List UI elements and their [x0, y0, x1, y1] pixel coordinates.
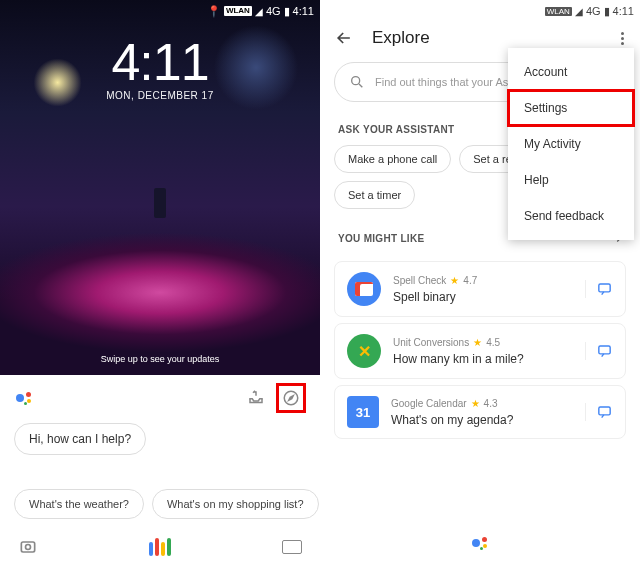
overflow-menu: Account Settings My Activity Help Send f… — [508, 48, 634, 240]
right-screenshot: ▧ WLAN ◢ 4G ▮ 4:11 Explore Find out thin… — [320, 0, 640, 563]
suggestion-chip[interactable]: What's on my shopping list? — [152, 489, 319, 519]
updates-icon[interactable] — [246, 388, 266, 408]
network-icon: ◢ — [575, 6, 583, 17]
card-query: How many km in a mile? — [393, 352, 573, 366]
star-icon: ★ — [473, 337, 482, 348]
card-app: Spell Check — [393, 275, 446, 286]
assistant-footer-icon[interactable] — [320, 533, 640, 553]
assistant-panel: Hi, how can I help? What's the weather? … — [0, 375, 320, 563]
mic-icon[interactable] — [149, 538, 171, 556]
menu-item-settings[interactable]: Settings — [508, 90, 634, 126]
back-button[interactable] — [334, 28, 354, 48]
menu-item-help[interactable]: Help — [508, 162, 634, 198]
battery-icon: ▮ — [604, 5, 610, 18]
net-type: 4G — [586, 5, 601, 17]
svg-point-2 — [26, 545, 31, 550]
assistant-bottom-bar — [0, 537, 320, 557]
ask-chip[interactable]: Make a phone call — [334, 145, 451, 173]
card-query: Spell binary — [393, 290, 573, 304]
wifi-label: WLAN — [545, 7, 572, 16]
ask-chip[interactable]: Set a timer — [334, 181, 415, 209]
status-bar: 📍 WLAN ◢ 4G ▮ 4:11 — [207, 2, 314, 20]
svg-rect-1 — [21, 542, 34, 552]
svg-rect-4 — [599, 284, 610, 292]
calendar-icon: 31 — [347, 396, 379, 428]
card-rating: 4.5 — [486, 337, 500, 348]
assistant-logo-icon — [14, 388, 34, 408]
lock-time: 4:11 — [0, 36, 320, 88]
card-rating: 4.3 — [484, 398, 498, 409]
swipe-hint: Swipe up to see your updates — [0, 354, 320, 364]
spell-check-icon — [347, 272, 381, 306]
section-like-heading: YOU MIGHT LIKE — [338, 233, 424, 244]
menu-item-feedback[interactable]: Send feedback — [508, 198, 634, 234]
chat-icon[interactable] — [585, 280, 613, 298]
keyboard-icon[interactable] — [282, 540, 302, 554]
explore-button[interactable] — [276, 383, 306, 413]
card-query: What's on my agenda? — [391, 413, 573, 427]
suggestion-chips: What's the weather? What's on my shoppin… — [0, 489, 320, 519]
battery-icon: ▮ — [284, 5, 290, 18]
overflow-menu-button[interactable] — [614, 30, 630, 46]
chat-icon[interactable] — [585, 342, 613, 360]
lens-icon[interactable] — [18, 537, 38, 557]
clock-small: 4:11 — [293, 5, 314, 17]
suggestion-chip[interactable]: What's the weather? — [14, 489, 144, 519]
lock-date: MON, DECEMBER 17 — [0, 90, 320, 101]
assistant-greeting: Hi, how can I help? — [14, 423, 146, 455]
star-icon: ★ — [450, 275, 459, 286]
chat-icon[interactable] — [585, 403, 613, 421]
left-screenshot: 📍 WLAN ◢ 4G ▮ 4:11 4:11 MON, DECEMBER 17… — [0, 0, 320, 563]
suggestion-card[interactable]: 31 Google Calendar★4.3 What's on my agen… — [334, 385, 626, 439]
card-rating: 4.7 — [463, 275, 477, 286]
page-title: Explore — [372, 28, 430, 48]
status-bar: ▧ WLAN ◢ 4G ▮ 4:11 — [545, 2, 634, 20]
svg-rect-5 — [599, 346, 610, 354]
location-icon: 📍 — [207, 5, 221, 18]
svg-point-3 — [352, 77, 360, 85]
clock-small: 4:11 — [613, 5, 634, 17]
lock-clock: 4:11 MON, DECEMBER 17 — [0, 36, 320, 101]
star-icon: ★ — [471, 398, 480, 409]
search-icon — [349, 74, 365, 90]
net-type: 4G — [266, 5, 281, 17]
card-app: Google Calendar — [391, 398, 467, 409]
suggestion-card[interactable]: Spell Check★4.7 Spell binary — [334, 261, 626, 317]
wifi-label: WLAN — [224, 6, 252, 16]
svg-rect-6 — [599, 407, 610, 415]
card-app: Unit Conversions — [393, 337, 469, 348]
network-icon: ◢ — [255, 6, 263, 17]
menu-item-activity[interactable]: My Activity — [508, 126, 634, 162]
menu-item-account[interactable]: Account — [508, 54, 634, 90]
unit-conversions-icon — [347, 334, 381, 368]
suggestion-card[interactable]: Unit Conversions★4.5 How many km in a mi… — [334, 323, 626, 379]
